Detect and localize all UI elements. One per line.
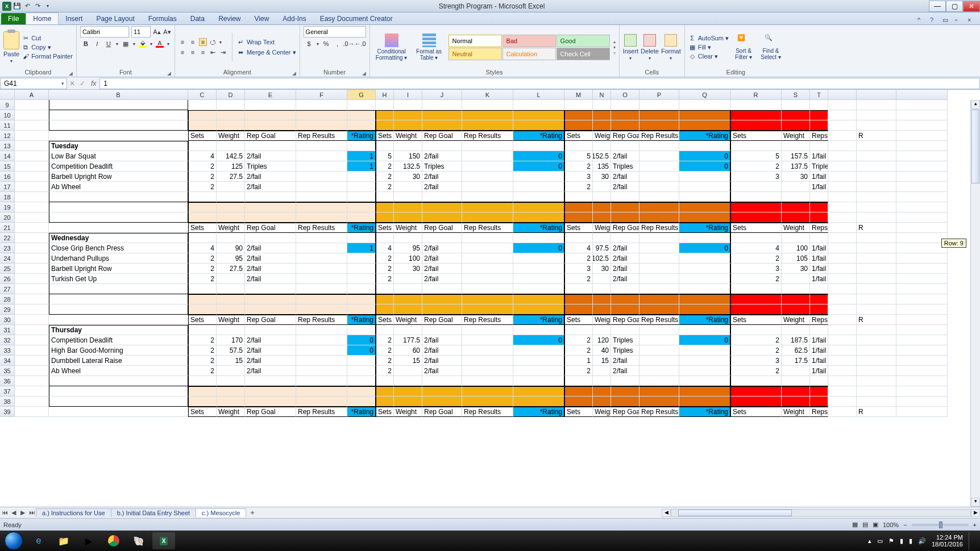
cell[interactable] [347,294,376,304]
cell[interactable] [296,243,347,253]
ribbon-min-icon[interactable]: ▭ [942,16,950,24]
find-select-button[interactable]: 🔍Find & Select ▾ [758,34,783,60]
cell[interactable]: 1/fail [810,335,828,345]
cell[interactable] [15,376,49,386]
cell[interactable]: 2 [188,356,217,366]
cell[interactable]: 150 [394,151,422,161]
cell[interactable] [782,110,810,120]
cell[interactable] [347,376,376,386]
cell[interactable] [593,212,611,223]
cell[interactable]: 2 [730,253,782,264]
cell[interactable] [810,284,828,294]
cell[interactable]: 2/fail [245,172,296,182]
grid-header[interactable]: 29 [0,304,15,315]
cell[interactable] [828,151,857,161]
sheet-tab[interactable]: b.) Initial Data Entry Sheet [111,508,196,517]
cell[interactable] [857,212,896,223]
cell[interactable] [49,120,188,131]
cell[interactable]: 0 [679,161,730,172]
grid-header[interactable]: *Rating [513,315,564,325]
dec-decimal-icon[interactable]: ←.0 [356,40,364,48]
cell[interactable]: 2 [376,264,394,274]
shrink-font-icon[interactable]: A▾ [163,28,171,36]
cell[interactable] [376,386,394,396]
cell[interactable] [679,182,730,192]
cell[interactable] [828,161,857,172]
cell[interactable] [640,172,679,182]
help-icon[interactable]: ? [930,16,938,24]
cell[interactable]: 2/fail [245,243,296,253]
grid-header[interactable] [896,90,948,100]
cell[interactable] [513,192,564,202]
cell[interactable] [564,141,593,151]
cell[interactable] [564,304,593,315]
cell[interactable]: Weight [593,131,611,141]
cell[interactable] [593,366,611,376]
cell[interactable]: Weight [394,131,422,141]
tray-up-icon[interactable]: ▴ [868,537,871,545]
cell[interactable]: Underhand Pullups [49,253,188,264]
cell[interactable] [896,376,948,386]
sheet-tab[interactable]: a.) Instructions for Use [36,508,111,517]
cell[interactable] [857,274,896,284]
cell[interactable]: Weight [782,223,810,233]
cell[interactable]: 4 [188,151,217,161]
cell[interactable] [730,100,782,110]
cell[interactable]: Dumbbell Lateral Raise [49,356,188,366]
cell[interactable]: 30 [394,264,422,274]
cell[interactable]: Rep Results [640,223,679,233]
cell[interactable] [188,233,217,243]
cell[interactable] [857,182,896,192]
cell[interactable]: 97.5 [593,243,611,253]
cell[interactable]: Competition Deadlift [49,161,188,172]
cell[interactable] [679,141,730,151]
zoom-level[interactable]: 100% [883,521,899,528]
cell[interactable] [376,212,394,223]
cell[interactable]: R [857,407,896,417]
cell[interactable] [593,110,611,120]
grid-header[interactable]: 24 [0,253,15,264]
grid-header[interactable]: K [462,90,513,100]
grid-header[interactable] [857,90,896,100]
tab-review[interactable]: Review [211,13,247,24]
cell[interactable] [828,386,857,396]
grid-header[interactable]: 16 [0,172,15,182]
grid-header[interactable]: 28 [0,294,15,304]
cell[interactable] [394,202,422,212]
grid-header[interactable]: 21 [0,223,15,233]
grid-header[interactable]: 22 [0,233,15,243]
cell[interactable]: 2 [376,253,394,264]
cell[interactable]: Barbell Upright Row [49,264,188,274]
cell[interactable] [640,304,679,315]
cell[interactable]: 152.5 [593,151,611,161]
cell[interactable] [376,100,394,110]
cell[interactable] [640,253,679,264]
cell[interactable] [15,274,49,284]
maximize-button[interactable]: ▢ [946,1,963,12]
cell[interactable] [296,172,347,182]
sort-filter-button[interactable]: 🔽Sort & Filter ▾ [731,34,756,60]
cell[interactable] [828,356,857,366]
vertical-scrollbar[interactable]: ▴ ▾ [970,100,980,507]
cell[interactable]: 3 [730,356,782,366]
cell[interactable]: 2 [188,161,217,172]
grid-header[interactable]: S [782,90,810,100]
style-cell-bad[interactable]: Bad [503,35,556,47]
minimize-button[interactable]: — [929,1,946,12]
cell[interactable] [679,386,730,396]
cell[interactable] [217,120,245,131]
enter-formula-icon[interactable]: ✓ [77,80,88,87]
cell[interactable]: 3 [730,172,782,182]
cell[interactable] [15,325,49,335]
cell[interactable] [640,100,679,110]
cell[interactable] [376,396,394,407]
cell[interactable] [679,212,730,223]
cell[interactable] [679,233,730,243]
cell[interactable] [782,366,810,376]
cell[interactable] [462,386,513,396]
zoom-slider[interactable] [912,524,969,526]
cell[interactable]: 1 [347,161,376,172]
cell[interactable] [347,253,376,264]
currency-icon[interactable]: $ [305,40,313,48]
style-cell-calculation[interactable]: Calculation [503,48,556,60]
